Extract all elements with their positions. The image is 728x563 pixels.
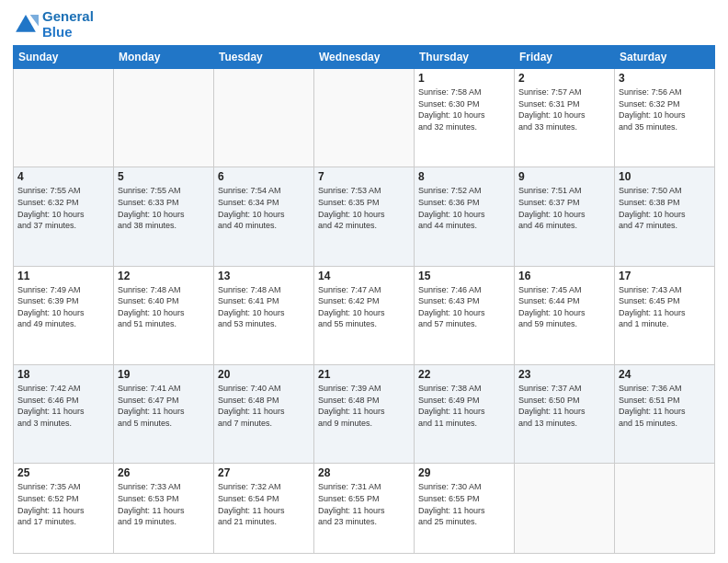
day-info: Sunrise: 7:49 AM Sunset: 6:39 PM Dayligh… [17, 284, 109, 330]
day-number: 19 [118, 368, 210, 381]
day-number: 27 [218, 466, 310, 479]
calendar-cell: 26Sunrise: 7:33 AM Sunset: 6:53 PM Dayli… [114, 464, 214, 554]
day-info: Sunrise: 7:43 AM Sunset: 6:45 PM Dayligh… [619, 284, 711, 330]
calendar-cell: 22Sunrise: 7:38 AM Sunset: 6:49 PM Dayli… [415, 365, 515, 464]
day-info: Sunrise: 7:36 AM Sunset: 6:51 PM Dayligh… [619, 383, 711, 429]
day-number: 16 [518, 270, 610, 282]
calendar-cell [314, 69, 415, 167]
calendar-cell: 15Sunrise: 7:46 AM Sunset: 6:43 PM Dayli… [415, 266, 515, 364]
day-info: Sunrise: 7:31 AM Sunset: 6:55 PM Dayligh… [318, 481, 410, 527]
calendar-cell: 6Sunrise: 7:54 AM Sunset: 6:34 PM Daylig… [214, 167, 314, 266]
calendar-cell: 1Sunrise: 7:58 AM Sunset: 6:30 PM Daylig… [415, 69, 515, 167]
day-info: Sunrise: 7:54 AM Sunset: 6:34 PM Dayligh… [218, 185, 310, 231]
col-header-tuesday: Tuesday [214, 46, 314, 69]
calendar-cell: 18Sunrise: 7:42 AM Sunset: 6:46 PM Dayli… [14, 365, 114, 464]
col-header-monday: Monday [114, 46, 214, 69]
day-number: 10 [619, 170, 711, 183]
calendar-cell: 4Sunrise: 7:55 AM Sunset: 6:32 PM Daylig… [14, 167, 114, 266]
day-number: 2 [518, 72, 610, 85]
calendar-cell [14, 69, 114, 167]
day-info: Sunrise: 7:55 AM Sunset: 6:33 PM Dayligh… [118, 185, 210, 231]
calendar-cell: 8Sunrise: 7:52 AM Sunset: 6:36 PM Daylig… [415, 167, 515, 266]
day-info: Sunrise: 7:52 AM Sunset: 6:36 PM Dayligh… [418, 185, 510, 231]
day-number: 12 [118, 270, 210, 282]
day-info: Sunrise: 7:50 AM Sunset: 6:38 PM Dayligh… [619, 185, 711, 231]
day-number: 9 [518, 170, 610, 183]
day-number: 20 [218, 368, 310, 381]
calendar-cell: 11Sunrise: 7:49 AM Sunset: 6:39 PM Dayli… [14, 266, 114, 364]
calendar-cell: 14Sunrise: 7:47 AM Sunset: 6:42 PM Dayli… [314, 266, 415, 364]
day-number: 3 [619, 72, 711, 85]
calendar-table: SundayMondayTuesdayWednesdayThursdayFrid… [13, 45, 715, 554]
day-number: 28 [318, 466, 410, 479]
day-info: Sunrise: 7:53 AM Sunset: 6:35 PM Dayligh… [318, 185, 410, 231]
header-row: SundayMondayTuesdayWednesdayThursdayFrid… [14, 46, 715, 69]
week-row-3: 11Sunrise: 7:49 AM Sunset: 6:39 PM Dayli… [14, 266, 715, 364]
day-number: 6 [218, 170, 310, 183]
calendar-cell: 3Sunrise: 7:56 AM Sunset: 6:32 PM Daylig… [615, 69, 715, 167]
calendar-cell: 21Sunrise: 7:39 AM Sunset: 6:48 PM Dayli… [314, 365, 415, 464]
day-number: 25 [17, 466, 109, 479]
calendar-cell: 23Sunrise: 7:37 AM Sunset: 6:50 PM Dayli… [515, 365, 615, 464]
day-number: 1 [418, 72, 510, 85]
day-info: Sunrise: 7:39 AM Sunset: 6:48 PM Dayligh… [318, 383, 410, 429]
header: General Blue [13, 9, 715, 40]
day-info: Sunrise: 7:38 AM Sunset: 6:49 PM Dayligh… [418, 383, 510, 429]
week-row-4: 18Sunrise: 7:42 AM Sunset: 6:46 PM Dayli… [14, 365, 715, 464]
day-number: 21 [318, 368, 410, 381]
day-info: Sunrise: 7:41 AM Sunset: 6:47 PM Dayligh… [118, 383, 210, 429]
calendar-cell: 20Sunrise: 7:40 AM Sunset: 6:48 PM Dayli… [214, 365, 314, 464]
calendar-cell: 28Sunrise: 7:31 AM Sunset: 6:55 PM Dayli… [314, 464, 415, 554]
day-number: 4 [17, 170, 109, 183]
calendar-cell: 12Sunrise: 7:48 AM Sunset: 6:40 PM Dayli… [114, 266, 214, 364]
day-number: 14 [318, 270, 410, 282]
calendar-cell [615, 464, 715, 554]
day-info: Sunrise: 7:57 AM Sunset: 6:31 PM Dayligh… [518, 86, 610, 132]
calendar-cell [114, 69, 214, 167]
col-header-sunday: Sunday [14, 46, 114, 69]
day-info: Sunrise: 7:55 AM Sunset: 6:32 PM Dayligh… [17, 185, 109, 231]
week-row-1: 1Sunrise: 7:58 AM Sunset: 6:30 PM Daylig… [14, 69, 715, 167]
day-info: Sunrise: 7:40 AM Sunset: 6:48 PM Dayligh… [218, 383, 310, 429]
day-info: Sunrise: 7:48 AM Sunset: 6:40 PM Dayligh… [118, 284, 210, 330]
day-info: Sunrise: 7:33 AM Sunset: 6:53 PM Dayligh… [118, 481, 210, 527]
day-info: Sunrise: 7:45 AM Sunset: 6:44 PM Dayligh… [518, 284, 610, 330]
day-info: Sunrise: 7:51 AM Sunset: 6:37 PM Dayligh… [518, 185, 610, 231]
day-info: Sunrise: 7:35 AM Sunset: 6:52 PM Dayligh… [17, 481, 109, 527]
day-info: Sunrise: 7:37 AM Sunset: 6:50 PM Dayligh… [518, 383, 610, 429]
logo: General Blue [13, 9, 94, 40]
day-info: Sunrise: 7:30 AM Sunset: 6:55 PM Dayligh… [418, 481, 510, 527]
day-number: 5 [118, 170, 210, 183]
day-number: 23 [518, 368, 610, 381]
calendar-cell: 7Sunrise: 7:53 AM Sunset: 6:35 PM Daylig… [314, 167, 415, 266]
col-header-saturday: Saturday [615, 46, 715, 69]
day-number: 8 [418, 170, 510, 183]
day-info: Sunrise: 7:48 AM Sunset: 6:41 PM Dayligh… [218, 284, 310, 330]
day-number: 26 [118, 466, 210, 479]
calendar-cell: 24Sunrise: 7:36 AM Sunset: 6:51 PM Dayli… [615, 365, 715, 464]
day-info: Sunrise: 7:47 AM Sunset: 6:42 PM Dayligh… [318, 284, 410, 330]
day-info: Sunrise: 7:58 AM Sunset: 6:30 PM Dayligh… [418, 86, 510, 132]
day-number: 7 [318, 170, 410, 183]
calendar-cell: 29Sunrise: 7:30 AM Sunset: 6:55 PM Dayli… [415, 464, 515, 554]
calendar-cell [515, 464, 615, 554]
calendar-cell: 5Sunrise: 7:55 AM Sunset: 6:33 PM Daylig… [114, 167, 214, 266]
logo-general: General [42, 8, 94, 24]
day-number: 11 [17, 270, 109, 282]
col-header-thursday: Thursday [415, 46, 515, 69]
calendar-cell: 25Sunrise: 7:35 AM Sunset: 6:52 PM Dayli… [14, 464, 114, 554]
page: General Blue SundayMondayTuesdayWednesda… [0, 0, 728, 563]
calendar-cell: 27Sunrise: 7:32 AM Sunset: 6:54 PM Dayli… [214, 464, 314, 554]
calendar-cell [214, 69, 314, 167]
day-number: 15 [418, 270, 510, 282]
day-number: 29 [418, 466, 510, 479]
logo-blue: Blue [42, 25, 94, 40]
calendar-cell: 16Sunrise: 7:45 AM Sunset: 6:44 PM Dayli… [515, 266, 615, 364]
day-number: 22 [418, 368, 510, 381]
logo-icon [13, 12, 39, 38]
day-info: Sunrise: 7:32 AM Sunset: 6:54 PM Dayligh… [218, 481, 310, 527]
day-number: 17 [619, 270, 711, 282]
day-number: 24 [619, 368, 711, 381]
day-number: 13 [218, 270, 310, 282]
calendar-cell: 10Sunrise: 7:50 AM Sunset: 6:38 PM Dayli… [615, 167, 715, 266]
